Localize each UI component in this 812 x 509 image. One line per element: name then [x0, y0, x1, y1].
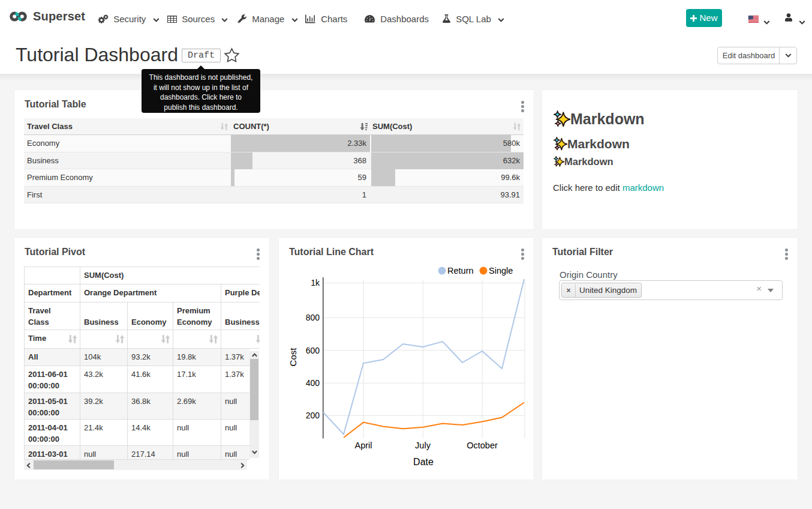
svg-text:October: October — [467, 441, 498, 450]
svg-text:200: 200 — [306, 411, 320, 420]
svg-text:1k: 1k — [311, 278, 320, 288]
svg-text:600: 600 — [306, 346, 320, 355]
svg-text:Return: Return — [447, 266, 474, 276]
svg-text:July: July — [415, 441, 431, 450]
svg-text:Single: Single — [489, 266, 513, 276]
svg-text:800: 800 — [306, 313, 320, 322]
svg-text:Date: Date — [413, 457, 434, 467]
svg-text:400: 400 — [306, 378, 320, 388]
svg-text:Cost: Cost — [288, 348, 298, 367]
svg-text:April: April — [354, 441, 372, 450]
